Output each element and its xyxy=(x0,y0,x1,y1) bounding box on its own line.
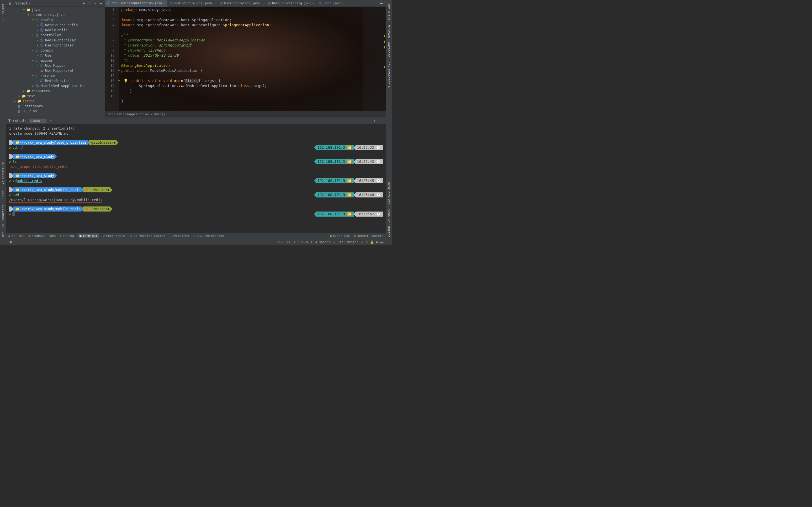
status-git[interactable]: Git: master xyxy=(338,240,358,244)
prompt-time: 16:23:57 🕐 xyxy=(354,212,383,217)
todo-button[interactable]: ≡ 6: TODO xyxy=(8,234,24,238)
breadcrumb[interactable]: MobileRedisApplication › main() xyxy=(105,111,386,117)
tree-folder-target[interactable]: ▶📁target xyxy=(6,99,105,104)
terminal-header: Terminal: Local ✕ + ✶ — xyxy=(6,117,386,124)
tree-label: UserMapper xyxy=(45,64,65,68)
status-indent[interactable]: 4 spaces xyxy=(315,240,330,244)
checkstyle-button[interactable]: ✓ CheckStyle xyxy=(103,234,125,238)
database-tool-button[interactable]: Database xyxy=(387,42,391,57)
close-icon[interactable]: ✕ xyxy=(313,2,314,5)
tree-xml[interactable]: ▦UserMapper.xml xyxy=(6,68,105,73)
prompt-ip: 192.168.101.3 📶 xyxy=(314,212,354,217)
project-tool-button[interactable]: 1: Project xyxy=(1,3,5,22)
ant-tool-button[interactable]: Ant Build xyxy=(387,3,391,20)
tree-package-service[interactable]: ▼▢service xyxy=(6,73,105,78)
tree-class[interactable]: ▶ⒸRedisController xyxy=(6,38,105,43)
breadcrumb-class[interactable]: MobileRedisApplication xyxy=(108,112,149,116)
terminal-cmd: ls xyxy=(12,159,17,164)
rest-tool-button[interactable]: RestServices xyxy=(387,182,391,205)
close-icon[interactable]: ✕ xyxy=(213,2,215,5)
prompt-git: 🐙 ⎇ master ● xyxy=(81,207,112,212)
tree-file-help[interactable]: ▤HELP.md xyxy=(6,109,105,114)
tree-label: resources xyxy=(32,89,50,93)
keypromoter-tool-button[interactable]: Key Promoter X xyxy=(387,62,391,88)
tab-dsconfig[interactable]: ⒸDataSourceConfig.java✕ xyxy=(265,0,317,6)
jrebel-console-button[interactable]: ⟲ JRebel Console xyxy=(354,234,384,238)
tree-file-gitignore[interactable]: ▤.gitignore xyxy=(6,104,105,109)
tree-folder-test[interactable]: ▶📁test xyxy=(6,94,105,99)
bean-tool-button[interactable]: Bean Validation xyxy=(387,209,391,237)
status-icons[interactable]: ⟲ 🔒 ● ▬▬ xyxy=(366,240,384,244)
tree-class[interactable]: ▶ⒸUserController xyxy=(6,43,105,48)
terminal-hide-icon[interactable]: — xyxy=(379,119,384,123)
prompt-ip: 192.168.101.3 📶 xyxy=(314,159,354,164)
line-gutter: 123456789101112131516171819 ▶ ▶ xyxy=(105,7,119,111)
check-icon: ✔ xyxy=(9,145,11,150)
close-icon[interactable]: ✕ xyxy=(163,1,165,4)
tree-class[interactable]: ▶ⒸDataSourceConfig xyxy=(6,22,105,27)
problems-button[interactable]: ⚠ Problems xyxy=(171,234,189,238)
tree-package-mapper[interactable]: ▼▢mapper xyxy=(6,58,105,63)
prompt-path: 📁 ~/work/java_study/mobile_redis xyxy=(11,187,84,192)
editor-body[interactable]: 123456789101112131516171819 ▶ ▶ package … xyxy=(105,7,386,111)
tree-label: UserMapper.xml xyxy=(45,69,73,73)
structure-tool-button[interactable]: 7: Structure xyxy=(1,162,5,184)
terminal-button[interactable]: ▣ Terminal xyxy=(78,233,99,238)
prompt-time: 16:23:43 🕐 xyxy=(354,159,383,164)
collapse-icon[interactable]: ÷ xyxy=(87,1,92,6)
tab-mobileredis[interactable]: ⒸMobileRedisApplication.java✕ xyxy=(105,0,168,6)
tree-folder-java[interactable]: ▼📁java xyxy=(6,7,105,12)
status-position[interactable]: 15:29 xyxy=(275,240,284,244)
check-icon: ✔ xyxy=(9,192,11,198)
tree-label: controller xyxy=(41,33,61,37)
tree-package-controller[interactable]: ▼▢controller xyxy=(6,33,105,38)
minimap[interactable] xyxy=(363,7,386,111)
terminal-tab-local[interactable]: Local ✕ xyxy=(29,119,47,123)
tree-class-app[interactable]: ▶ⒸMobileRedisApplication xyxy=(6,83,105,89)
jrebel-tool-button[interactable]: JRebel xyxy=(1,189,5,200)
tab-user[interactable]: ⒸUser.java✕ xyxy=(317,0,346,6)
tree-package[interactable]: ▼▢com.study.java xyxy=(6,12,105,17)
terminal-settings-icon[interactable]: ✶ xyxy=(372,119,377,123)
prompt-path: 📁 ~/work/java_study/load_properties xyxy=(11,140,89,145)
tab-usercontroller[interactable]: ⒸUserController.java✕ xyxy=(217,0,265,6)
eventlog-button[interactable]: ● Event Log xyxy=(330,234,350,238)
status-lineending[interactable]: LF xyxy=(287,240,291,244)
terminal-body[interactable]: 1 file changed, 2 insertions(+) create m… xyxy=(6,124,386,233)
cursor xyxy=(12,212,15,216)
settings-icon[interactable]: ✶ xyxy=(93,1,97,6)
intention-bulb-icon[interactable]: 💡 xyxy=(123,78,128,83)
findbugs-button[interactable]: ● FindBugs-IDEA xyxy=(29,234,56,238)
tabs-menu-icon[interactable]: ≡▾ xyxy=(379,1,384,6)
tree-interface[interactable]: ▶ⒾUserMapper xyxy=(6,63,105,68)
tree-class[interactable]: ▶ⒸRedisService xyxy=(6,78,105,83)
javaee-button[interactable]: ☕ Java Enterprise xyxy=(193,234,224,238)
project-tree[interactable]: ▼📁java ▼▢com.study.java ▼▢config ▶ⒸDataS… xyxy=(6,7,105,117)
vcs-button[interactable]: ⎇ 9: Version Control xyxy=(129,234,167,238)
close-icon[interactable]: ✕ xyxy=(342,2,344,5)
tree-class[interactable]: ▶ⒸRedisConfig xyxy=(6,27,105,33)
maven-tool-button[interactable]: m Maven xyxy=(387,25,391,38)
favorites-tool-button[interactable]: 2: Favorites xyxy=(1,205,5,227)
tree-package-config[interactable]: ▼▢config xyxy=(6,17,105,22)
status-encoding[interactable]: UTF-8 xyxy=(298,240,308,244)
windows-icon[interactable]: ▣ xyxy=(8,240,13,244)
breadcrumb-method[interactable]: main() xyxy=(154,112,165,116)
locate-icon[interactable]: ⊕ xyxy=(82,1,86,6)
tree-class[interactable]: ▶ⒸUser xyxy=(6,53,105,58)
tab-rediscontroller[interactable]: ⒸRedisController.java✕ xyxy=(168,0,217,6)
close-icon[interactable]: ✕ xyxy=(261,2,263,5)
tab-label: User.java xyxy=(324,1,341,5)
code-content[interactable]: package com.study.java; import org.sprin… xyxy=(119,7,363,111)
hide-icon[interactable]: — xyxy=(98,1,103,6)
tree-label: UserController xyxy=(45,43,73,47)
project-view-icon[interactable]: ▤ xyxy=(8,1,12,6)
tree-label: target xyxy=(22,99,35,103)
tree-package-domain[interactable]: ▼▢domain xyxy=(6,48,105,53)
terminal-panel: Terminal: Local ✕ + ✶ — 1 file changed, … xyxy=(6,117,386,233)
web-tool-button[interactable]: Web xyxy=(1,231,5,237)
new-terminal-icon[interactable]: + xyxy=(49,119,53,123)
spring-button[interactable]: ❀ Spring xyxy=(60,234,74,238)
tree-folder-resources[interactable]: ▶📁resources xyxy=(6,89,105,94)
tab-label: UserController.java xyxy=(224,1,260,5)
